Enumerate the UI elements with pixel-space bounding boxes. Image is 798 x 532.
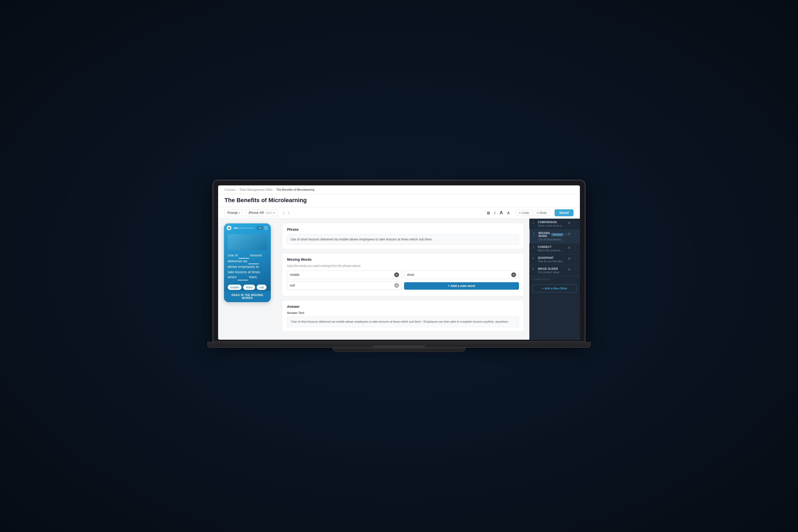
slide-info-4: QUADRANT How do you feel about e... bbox=[538, 256, 565, 263]
italic-button[interactable]: I bbox=[493, 210, 496, 216]
slide-delete-icon-2[interactable]: ⋮ bbox=[572, 232, 577, 236]
bold-button[interactable]: B bbox=[486, 210, 491, 216]
slide-settings-icon-3[interactable]: ⚙ bbox=[567, 246, 571, 250]
slide-type-5: IMAGE SLIDER bbox=[538, 267, 558, 270]
slide-type-3: CONNECT bbox=[538, 246, 552, 248]
main-content: ⚙ 1/8 ⋮ bbox=[218, 218, 580, 339]
preview-panel: ⚙ 1/8 ⋮ bbox=[218, 218, 277, 339]
breadcrumb-courses[interactable]: Courses bbox=[225, 188, 235, 191]
answer-text: "Use of short lessons delivered via mobi… bbox=[287, 317, 519, 327]
slide-title-row-4: QUADRANT bbox=[538, 256, 565, 259]
word-input-2: short × bbox=[404, 270, 519, 279]
save-button[interactable]: Saved bbox=[555, 209, 573, 216]
answer-section: Answer Answer Text "Use of short lessons… bbox=[282, 300, 524, 331]
nav-prev[interactable]: ‹ bbox=[281, 210, 286, 216]
toolbar: Prompt ▾ iPhone XR 100% ▾ ‹ › B I bbox=[218, 207, 580, 218]
nav-arrows: ‹ › bbox=[281, 210, 291, 216]
slide-settings-icon-1[interactable]: ⚙ bbox=[567, 221, 571, 225]
slide-title-row-5: IMAGE SLIDER bbox=[538, 267, 565, 270]
screen-inner: Courses › Team Management Skills › The B… bbox=[218, 185, 580, 339]
phrase-section: Phrase Use of short lessons delivered vi… bbox=[282, 223, 524, 249]
slide-preview-1: Have a look at our produ... bbox=[538, 224, 565, 227]
word-remove-3[interactable]: × bbox=[394, 283, 399, 288]
slide-type-4: QUADRANT bbox=[538, 256, 554, 259]
device-size: 100% bbox=[265, 211, 272, 214]
laptop-screen-bezel: Courses › Team Management Skills › The B… bbox=[213, 180, 585, 342]
slide-delete-icon-3[interactable]: ⋮ bbox=[572, 246, 577, 250]
breadcrumb-chevron-1: › bbox=[237, 188, 238, 191]
slide-settings-icon-2[interactable]: ⚙ bbox=[567, 232, 571, 236]
device-label: iPhone XR bbox=[249, 211, 264, 215]
word-value-1[interactable]: mobile bbox=[290, 273, 392, 277]
laptop-hinge bbox=[373, 345, 425, 347]
slide-type-2: MISSING WORD bbox=[538, 232, 550, 238]
laptop-stand bbox=[332, 348, 466, 352]
phone-menu-icon[interactable]: ⋮ bbox=[264, 226, 268, 230]
app-container: Courses › Team Management Skills › The B… bbox=[218, 185, 580, 339]
slide-actions-5: ⚙ ⋮ bbox=[567, 267, 577, 271]
slide-number-5: 5 bbox=[533, 268, 536, 271]
slide-settings-icon-4[interactable]: ⚙ bbox=[567, 256, 571, 261]
slide-item-3[interactable]: 3 CONNECT Match the products with... ⚙ ⋮ bbox=[529, 243, 580, 254]
slide-preview-2: Use of short lessons del... bbox=[538, 238, 565, 241]
gear-icon[interactable]: ⚙ bbox=[227, 226, 231, 230]
phone-progress-bar bbox=[233, 228, 254, 228]
breadcrumb-bar: Courses › Team Management Skills › The B… bbox=[218, 185, 580, 194]
word-inputs-grid: mobile × short × suit × bbox=[287, 270, 519, 290]
phone-option-mobile[interactable]: mobile bbox=[228, 285, 242, 290]
page-title-bar: The Benefits of Microlearning bbox=[218, 194, 580, 207]
undo-button[interactable]: ↩ Undo bbox=[516, 210, 532, 216]
slide-actions-3: ⚙ ⋮ bbox=[567, 246, 577, 250]
font-size-small[interactable]: A bbox=[506, 210, 511, 215]
slide-title-row-3: CONNECT bbox=[538, 246, 565, 248]
slide-info-5: IMAGE SLIDER Our product range bbox=[538, 267, 565, 274]
slide-number-4: 4 bbox=[533, 257, 536, 260]
slide-template-badge-2: Template bbox=[551, 233, 564, 236]
add-word-button[interactable]: + Add a new word bbox=[404, 282, 519, 290]
slide-number-1: 1 bbox=[533, 221, 536, 224]
word-remove-2[interactable]: × bbox=[511, 272, 516, 277]
phone-header: ⚙ 1/8 ⋮ bbox=[224, 224, 271, 231]
breadcrumb-team[interactable]: Team Management Skills bbox=[240, 188, 272, 191]
slide-item-1[interactable]: 1 COMPARISON Have a look at our produ...… bbox=[529, 218, 580, 230]
slide-info-icon-2[interactable]: ⓘ bbox=[565, 233, 567, 236]
breadcrumb: Courses › Team Management Skills › The B… bbox=[225, 188, 573, 191]
slide-delete-icon-4[interactable]: ⋮ bbox=[572, 256, 577, 261]
prompt-label: Prompt bbox=[227, 211, 238, 215]
slides-panel: 1 COMPARISON Have a look at our produ...… bbox=[529, 218, 580, 339]
missing-words-label: Missing Words bbox=[287, 258, 519, 262]
slide-item-5[interactable]: 5 IMAGE SLIDER Our product range ⚙ ⋮ bbox=[529, 265, 580, 276]
breadcrumb-chevron-2: › bbox=[274, 188, 274, 191]
prompt-dropdown[interactable]: Prompt ▾ bbox=[225, 209, 243, 216]
slide-title-row-2: MISSING WORD Template ⓘ bbox=[538, 232, 565, 238]
font-size-large[interactable]: A bbox=[498, 210, 504, 216]
device-dropdown[interactable]: iPhone XR 100% ▾ bbox=[246, 209, 278, 216]
nav-next[interactable]: › bbox=[286, 210, 291, 216]
phone-options: mobile short suit bbox=[228, 285, 267, 290]
phone-progress-fill bbox=[233, 228, 238, 228]
add-slide-button[interactable]: + Add a New Slide bbox=[533, 284, 577, 292]
word-input-1: mobile × bbox=[287, 270, 402, 279]
answer-sublabel: Answer Text bbox=[287, 311, 519, 315]
word-remove-1[interactable]: × bbox=[394, 272, 399, 277]
phone-option-short[interactable]: short bbox=[243, 285, 255, 290]
slide-settings-icon-5[interactable]: ⚙ bbox=[567, 267, 571, 271]
slide-delete-icon-5[interactable]: ⋮ bbox=[572, 267, 577, 271]
redo-button[interactable]: ↪ Redo bbox=[534, 210, 550, 216]
slide-item-4[interactable]: 4 QUADRANT How do you feel about e... ⚙ … bbox=[529, 254, 580, 265]
missing-words-desc: Input the words you want missing from th… bbox=[287, 264, 519, 267]
phone-option-suit[interactable]: suit bbox=[257, 285, 267, 290]
breadcrumb-current: The Benefits of Microlearning bbox=[277, 188, 315, 191]
slide-delete-icon-1[interactable]: ⋮ bbox=[572, 221, 577, 225]
word-value-2[interactable]: short bbox=[407, 273, 509, 277]
slide-type-1: COMPARISON bbox=[538, 221, 557, 224]
phone-counter: 1/8 bbox=[257, 226, 263, 230]
word-value-3[interactable]: suit bbox=[290, 284, 392, 287]
phone-content-text: Use of lessons delivered via allows empl… bbox=[228, 253, 267, 280]
page-title: The Benefits of Microlearning bbox=[225, 197, 573, 204]
slide-number-3: 3 bbox=[533, 246, 536, 249]
missing-words-section: Missing Words Input the words you want m… bbox=[282, 253, 524, 296]
phrase-label: Phrase bbox=[287, 227, 519, 231]
prompt-arrow: ▾ bbox=[239, 211, 240, 214]
slide-item-2[interactable]: 2 MISSING WORD Template ⓘ Use of short l… bbox=[529, 230, 580, 243]
